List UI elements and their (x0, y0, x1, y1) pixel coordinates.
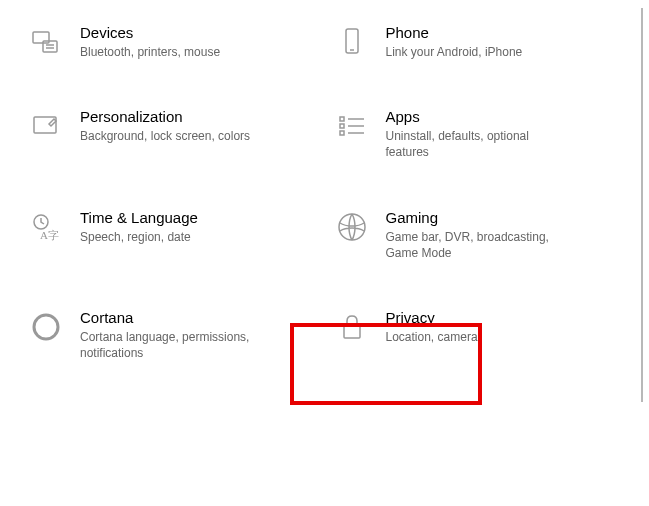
time-language-icon: A字 (28, 209, 64, 245)
tile-personalization[interactable]: Personalization Background, lock screen,… (28, 108, 334, 160)
tile-desc: Link your Android, iPhone (386, 44, 523, 60)
tile-apps[interactable]: Apps Uninstall, defaults, optional featu… (334, 108, 640, 160)
tile-title: Time & Language (80, 209, 198, 226)
tile-title: Phone (386, 24, 523, 41)
svg-text:A字: A字 (40, 229, 59, 241)
devices-icon (28, 24, 64, 60)
tile-title: Devices (80, 24, 220, 41)
cortana-icon (28, 309, 64, 345)
tile-text: Apps Uninstall, defaults, optional featu… (386, 108, 576, 160)
svg-rect-7 (340, 117, 344, 121)
settings-grid: Devices Bluetooth, printers, mouse Phone… (0, 0, 649, 385)
svg-point-16 (34, 315, 58, 339)
svg-rect-17 (344, 325, 360, 338)
scrollbar[interactable] (641, 8, 643, 402)
tile-title: Privacy (386, 309, 478, 326)
tile-text: Gaming Game bar, DVR, broadcasting, Game… (386, 209, 576, 261)
lock-icon (334, 309, 370, 345)
tile-title: Personalization (80, 108, 250, 125)
tile-privacy[interactable]: Privacy Location, camera (334, 309, 640, 361)
tile-title: Cortana (80, 309, 270, 326)
tile-cortana[interactable]: Cortana Cortana language, permissions, n… (28, 309, 334, 361)
tile-time-language[interactable]: A字 Time & Language Speech, region, date (28, 209, 334, 261)
svg-rect-8 (340, 124, 344, 128)
tile-desc: Game bar, DVR, broadcasting, Game Mode (386, 229, 576, 261)
tile-desc: Bluetooth, printers, mouse (80, 44, 220, 60)
tile-desc: Speech, region, date (80, 229, 198, 245)
tile-title: Gaming (386, 209, 576, 226)
tile-gaming[interactable]: Gaming Game bar, DVR, broadcasting, Game… (334, 209, 640, 261)
tile-text: Cortana Cortana language, permissions, n… (80, 309, 270, 361)
svg-rect-9 (340, 131, 344, 135)
svg-point-15 (339, 214, 365, 240)
tile-desc: Location, camera (386, 329, 478, 345)
tile-desc: Background, lock screen, colors (80, 128, 250, 144)
apps-icon (334, 108, 370, 144)
tile-text: Privacy Location, camera (386, 309, 478, 345)
gaming-icon (334, 209, 370, 245)
personalization-icon (28, 108, 64, 144)
tile-title: Apps (386, 108, 576, 125)
tile-text: Personalization Background, lock screen,… (80, 108, 250, 144)
tile-desc: Cortana language, permissions, notificat… (80, 329, 270, 361)
tile-text: Time & Language Speech, region, date (80, 209, 198, 245)
tile-desc: Uninstall, defaults, optional features (386, 128, 576, 160)
tile-text: Devices Bluetooth, printers, mouse (80, 24, 220, 60)
tile-devices[interactable]: Devices Bluetooth, printers, mouse (28, 24, 334, 60)
phone-icon (334, 24, 370, 60)
tile-phone[interactable]: Phone Link your Android, iPhone (334, 24, 640, 60)
tile-text: Phone Link your Android, iPhone (386, 24, 523, 60)
